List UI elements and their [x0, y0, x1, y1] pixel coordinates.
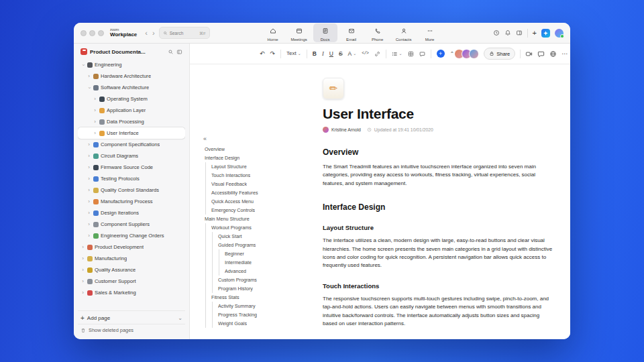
- chevron-right-icon[interactable]: ›: [87, 154, 91, 159]
- list-dropdown[interactable]: ⌄: [392, 51, 402, 57]
- underline-button[interactable]: U: [329, 51, 333, 57]
- sidebar-item-firmware-source-code[interactable]: ›Firmware Source Code: [78, 162, 185, 173]
- sidebar-item-engineering-change-orders[interactable]: ›Engineering Change Orders: [78, 230, 185, 241]
- sidebar-item-design-iterations[interactable]: ›Design Iterations: [78, 207, 185, 219]
- tab-meetings[interactable]: Meetings: [287, 23, 311, 42]
- publish-web-button[interactable]: [549, 50, 557, 58]
- sidebar-item-product-development[interactable]: ›Product Development: [78, 241, 185, 253]
- collapse-toolbar-button[interactable]: ⌃: [450, 51, 455, 57]
- add-button[interactable]: +: [533, 29, 537, 37]
- chevron-right-icon[interactable]: ›: [87, 165, 91, 170]
- collaborator-avatar[interactable]: [469, 49, 479, 59]
- insert-block-button[interactable]: +: [437, 50, 445, 58]
- outline-item-quick-start[interactable]: Quick Start: [203, 232, 285, 241]
- bold-button[interactable]: B: [313, 51, 317, 57]
- outline-item-advanced[interactable]: Advanced: [203, 267, 285, 276]
- sidebar-item-component-suppliers[interactable]: ›Component Suppliers: [78, 219, 185, 230]
- tab-email[interactable]: Email: [339, 23, 364, 42]
- sidebar-item-testing-protocols[interactable]: ›Testing Protocols: [78, 173, 185, 184]
- text-color-dropdown[interactable]: A⌄: [348, 51, 357, 57]
- chevron-down-icon[interactable]: ›: [80, 62, 86, 67]
- sidebar-item-manufacturing[interactable]: ›Manufacturing: [78, 253, 185, 264]
- outline-item-weight-goals[interactable]: Weight Goals: [203, 319, 285, 328]
- chevron-right-icon[interactable]: ›: [93, 97, 97, 102]
- chevron-right-icon[interactable]: ›: [93, 119, 97, 125]
- add-page-button[interactable]: + Add page ⌄: [78, 312, 185, 324]
- chevron-right-icon[interactable]: ›: [80, 245, 85, 250]
- outline-item-accessibility-features[interactable]: Accessibility Features: [203, 188, 285, 197]
- panel-toggle-button[interactable]: [516, 29, 523, 36]
- doc-heading[interactable]: Overview: [323, 147, 553, 157]
- chevron-down-icon[interactable]: ›: [87, 85, 92, 90]
- page-emoji-icon[interactable]: ✏: [323, 78, 344, 99]
- sidebar-item-hardware-architecture[interactable]: ›Hardware Architecture: [78, 70, 185, 82]
- undo-button[interactable]: ↶: [260, 51, 265, 57]
- doc-heading[interactable]: Touch Interactions: [323, 282, 553, 290]
- ai-companion-button[interactable]: [541, 29, 550, 38]
- doc-paragraph[interactable]: The Smart Treadmill features an intuitiv…: [323, 163, 553, 188]
- tab-contacts[interactable]: Contacts: [392, 23, 416, 42]
- chevron-right-icon[interactable]: ›: [80, 279, 85, 284]
- sidebar-item-component-specifications[interactable]: ›Component Specifications: [78, 139, 185, 150]
- outline-item-custom-programs[interactable]: Custom Programs: [203, 276, 285, 284]
- chevron-right-icon[interactable]: ›: [87, 142, 91, 147]
- text-style-dropdown[interactable]: Text⌄: [286, 51, 301, 56]
- close-window-button[interactable]: [80, 30, 87, 36]
- sidebar-collapse-icon[interactable]: [176, 49, 182, 55]
- chevron-right-icon[interactable]: ›: [87, 199, 91, 204]
- doc-paragraph[interactable]: The responsive touchscreen supports mult…: [323, 295, 553, 328]
- chevron-right-icon[interactable]: ›: [87, 74, 91, 79]
- share-button[interactable]: Share: [484, 48, 515, 60]
- sidebar-item-data-processing[interactable]: ›Data Processing: [78, 116, 185, 127]
- outline-item-layout-structure[interactable]: Layout Structure: [203, 162, 285, 171]
- outline-item-emergency-controls[interactable]: Emergency Controls: [203, 206, 285, 215]
- sidebar-item-engineering[interactable]: ›Engineering: [78, 59, 185, 70]
- outline-item-main-menu-structure[interactable]: Main Menu Structure: [203, 215, 285, 223]
- comment-button[interactable]: [419, 51, 425, 57]
- tab-phone[interactable]: Phone: [366, 23, 390, 42]
- outline-item-overview[interactable]: Overview: [203, 145, 285, 154]
- tab-docs[interactable]: Docs: [313, 23, 337, 42]
- chat-button[interactable]: [537, 50, 545, 58]
- doc-heading[interactable]: Interface Design: [323, 202, 553, 212]
- outline-item-interface-design[interactable]: Interface Design: [203, 154, 285, 162]
- outline-item-intermediate[interactable]: Intermediate: [203, 258, 285, 267]
- sidebar-item-sales-marketing[interactable]: ›Sales & Marketing: [78, 287, 185, 298]
- doc-heading[interactable]: Layout Structure: [323, 224, 553, 231]
- outline-item-touch-interactions[interactable]: Touch Interactions: [203, 171, 285, 180]
- outline-item-beginner[interactable]: Beginner: [203, 249, 285, 258]
- sidebar-item-quality-control-standards[interactable]: ›Quality Control Standards: [78, 184, 185, 196]
- workspace-title[interactable]: Product Documenta...: [90, 49, 165, 55]
- outline-item-program-history[interactable]: Program History: [203, 284, 285, 293]
- sidebar-item-quality-assurance[interactable]: ›Quality Assurance: [78, 264, 185, 276]
- strikethrough-button[interactable]: S: [339, 51, 343, 57]
- link-button[interactable]: [374, 51, 380, 57]
- chevron-right-icon[interactable]: ›: [87, 188, 91, 193]
- history-button[interactable]: [493, 29, 500, 36]
- sidebar-item-manufacturing-process[interactable]: ›Manufacturing Process: [78, 196, 185, 207]
- doc-paragraph[interactable]: The interface utilizes a clean, modern d…: [323, 237, 553, 270]
- sidebar-item-circuit-diagrams[interactable]: ›Circuit Diagrams: [78, 150, 185, 162]
- sidebar-item-application-layer[interactable]: ›Application Layer: [78, 105, 185, 116]
- outline-item-guided-programs[interactable]: Guided Programs: [203, 241, 285, 249]
- chevron-right-icon[interactable]: ›: [87, 233, 91, 239]
- start-video-button[interactable]: [525, 50, 533, 58]
- outline-item-progress-tracking[interactable]: Progress Tracking: [203, 310, 285, 319]
- global-search-input[interactable]: Search ⌘F: [159, 27, 210, 39]
- tab-more[interactable]: More: [418, 23, 442, 42]
- chevron-right-icon[interactable]: ›: [80, 256, 85, 261]
- chevron-right-icon[interactable]: ›: [80, 267, 85, 273]
- show-deleted-pages-button[interactable]: Show deleted pages: [78, 324, 185, 336]
- sidebar-item-customer-support[interactable]: ›Customer Support: [78, 276, 185, 287]
- table-button[interactable]: [408, 51, 414, 57]
- chevron-right-icon[interactable]: ›: [87, 210, 91, 216]
- sidebar-search-icon[interactable]: [168, 49, 174, 55]
- notifications-button[interactable]: [504, 29, 511, 36]
- outline-item-activity-summary[interactable]: Activity Summary: [203, 302, 285, 310]
- page-title[interactable]: User Interface: [323, 106, 553, 122]
- document-canvas[interactable]: ✏ User Interface Kristine Arnold Updated…: [285, 64, 570, 339]
- back-button[interactable]: ‹: [144, 29, 148, 37]
- chevron-right-icon[interactable]: ›: [87, 176, 91, 182]
- outline-item-fitness-stats[interactable]: Fitness Stats: [203, 293, 285, 302]
- sidebar-item-software-architecture[interactable]: ›Software Architecture: [78, 82, 185, 93]
